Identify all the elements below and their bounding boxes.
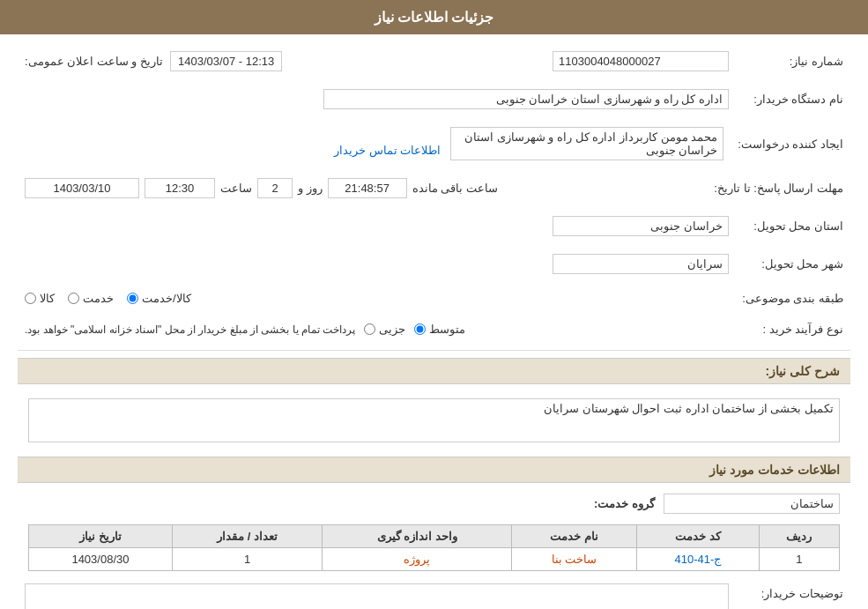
cell-row-num: 1	[759, 548, 839, 571]
col-row-num: ردیف	[759, 525, 839, 548]
category-radio-group: کالا/خدمت خدمت کالا	[25, 292, 728, 305]
buyer-description-table: توضیحات خریدار:	[18, 580, 850, 609]
page-wrapper: جزئیات اطلاعات نیاز شماره نیاز: 11030040…	[0, 0, 868, 609]
col-service-name: نام خدمت	[512, 525, 637, 548]
unit-link[interactable]: پروژه	[404, 553, 430, 566]
remaining-time-row: ساعت باقی مانده 21:48:57 روز و 2 ساعت 12…	[25, 178, 700, 198]
requester-table: ایجاد کننده درخواست: محمد مومن کاربرداز …	[18, 123, 850, 164]
category-kala[interactable]: کالا	[25, 292, 55, 305]
khedmat-label: خدمت	[83, 292, 114, 305]
col-date: تاریخ نیاز	[29, 525, 173, 548]
service-group-value: ساختمان	[664, 494, 840, 514]
purchase-type-note: پرداخت تمام یا بخشی از مبلغ خریدار از مح…	[25, 323, 355, 336]
purchase-type-label: نوع فرآیند خرید :	[736, 319, 850, 339]
announcement-label: تاریخ و ساعت اعلان عمومی:	[25, 55, 163, 68]
col-quantity: تعداد / مقدار	[172, 525, 322, 548]
jozvi-radio[interactable]	[364, 323, 375, 335]
service-group-label: گروه خدمت:	[594, 497, 655, 510]
purchase-type-row: متوسط جزیی پرداخت تمام یا بخشی از مبلغ خ…	[25, 323, 729, 336]
service-name-link[interactable]: ساخت بنا	[552, 553, 597, 566]
date-value: 1403/03/10	[25, 178, 139, 198]
kala-radio[interactable]	[25, 293, 36, 304]
services-section-header: اطلاعات خدمات مورد نیاز	[18, 457, 850, 483]
category-khedmat[interactable]: خدمت	[68, 292, 114, 305]
cell-service-name: ساخت بنا	[512, 548, 637, 571]
kala-khedmat-radio[interactable]	[127, 293, 138, 304]
col-unit: واحد اندازه گیری	[323, 525, 512, 548]
cell-date: 1403/08/30	[29, 548, 173, 571]
delivery-province-label: استان محل تحویل:	[736, 212, 850, 240]
requester-contact-link[interactable]: اطلاعات تماس خریدار	[334, 144, 441, 157]
delivery-province-table: استان محل تحویل: خراسان جنوبی	[18, 212, 850, 240]
need-description-label: شرح کلی نیاز:	[766, 364, 840, 378]
purchase-type-table: نوع فرآیند خرید : متوسط جزیی پرداخت تمام…	[18, 319, 850, 339]
time-value: 12:30	[145, 178, 215, 198]
buyer-org-value: اداره کل راه و شهرسازی استان خراسان جنوب…	[323, 89, 729, 109]
announcement-row: 1403/03/07 - 12:13 تاریخ و ساعت اعلان عم…	[25, 51, 412, 71]
category-table: طبقه بندی موضوعی: کالا/خدمت خدمت کالا	[18, 288, 850, 308]
buyer-org-table: نام دستگاه خریدار: اداره کل راه و شهرساز…	[18, 85, 850, 113]
days-and-label: روز و	[298, 182, 323, 195]
category-label: طبقه بندی موضوعی:	[735, 288, 850, 308]
days-value: 2	[257, 178, 293, 198]
motavasset-radio[interactable]	[414, 323, 426, 335]
purchase-type-motavasset[interactable]: متوسط	[414, 323, 465, 336]
remaining-time-value: 21:48:57	[328, 178, 407, 198]
category-kala-khedmat[interactable]: کالا/خدمت	[127, 292, 191, 305]
services-title: اطلاعات خدمات مورد نیاز	[709, 463, 840, 477]
need-number-value: 1103004048000027	[553, 51, 729, 71]
divider-1	[18, 350, 850, 351]
announcement-table: شماره نیاز: 1103004048000027 1403/03/07 …	[18, 48, 850, 75]
service-group-row: ساختمان گروه خدمت:	[18, 490, 850, 517]
cell-service-code[interactable]: ج-41-410	[637, 548, 760, 571]
table-row: 1 ج-41-410 ساخت بنا پروژه 1 1403/08/30	[29, 548, 840, 571]
need-description-container: تکمیل بخشی از ساختمان اداره ثبت احوال شه…	[18, 391, 850, 449]
col-service-code: کد خدمت	[637, 525, 760, 548]
delivery-city-label: شهر محل تحویل:	[736, 250, 850, 278]
announcement-date-value: 1403/03/07 - 12:13	[170, 51, 282, 71]
need-description-section-header: شرح کلی نیاز:	[18, 358, 850, 384]
jozvi-label: جزیی	[379, 323, 405, 336]
buyer-desc-container	[25, 583, 729, 609]
services-table-container: ردیف کد خدمت نام خدمت واحد اندازه گیری ت…	[18, 524, 850, 571]
buyer-desc-textarea[interactable]	[25, 583, 729, 609]
buyer-desc-label: توضیحات خریدار:	[736, 580, 850, 609]
requester-value: محمد مومن کاربرداز اداره کل راه و شهرساز…	[450, 127, 723, 160]
buyer-org-label: نام دستگاه خریدار:	[736, 85, 850, 113]
service-code-link[interactable]: ج-41-410	[675, 553, 722, 566]
content-area: شماره نیاز: 1103004048000027 1403/03/07 …	[0, 34, 868, 609]
delivery-city-table: شهر محل تحویل: سرایان	[18, 250, 850, 278]
time-label: ساعت	[220, 182, 252, 195]
page-header: جزئیات اطلاعات نیاز	[0, 0, 868, 34]
requester-label: ایجاد کننده درخواست:	[731, 123, 850, 164]
purchase-type-jozvi[interactable]: جزیی	[364, 323, 405, 336]
page-title: جزئیات اطلاعات نیاز	[375, 10, 494, 25]
khedmat-radio[interactable]	[68, 293, 79, 304]
kala-label: کالا	[40, 292, 55, 305]
services-table: ردیف کد خدمت نام خدمت واحد اندازه گیری ت…	[28, 524, 840, 571]
delivery-city-value: سرایان	[553, 254, 729, 274]
response-deadline-table: مهلت ارسال پاسخ: تا تاریخ: ساعت باقی مان…	[18, 175, 850, 202]
response-deadline-label: مهلت ارسال پاسخ: تا تاریخ:	[707, 175, 850, 202]
need-number-label: شماره نیاز:	[736, 48, 850, 75]
need-description-value: تکمیل بخشی از ساختمان اداره ثبت احوال شه…	[28, 398, 840, 442]
delivery-province-value: خراسان جنوبی	[553, 216, 729, 236]
cell-unit: پروژه	[323, 548, 512, 571]
cell-quantity: 1	[172, 548, 322, 571]
kala-khedmat-label: کالا/خدمت	[142, 292, 191, 305]
motavasset-label: متوسط	[429, 323, 465, 336]
remaining-label: ساعت باقی مانده	[412, 182, 498, 195]
